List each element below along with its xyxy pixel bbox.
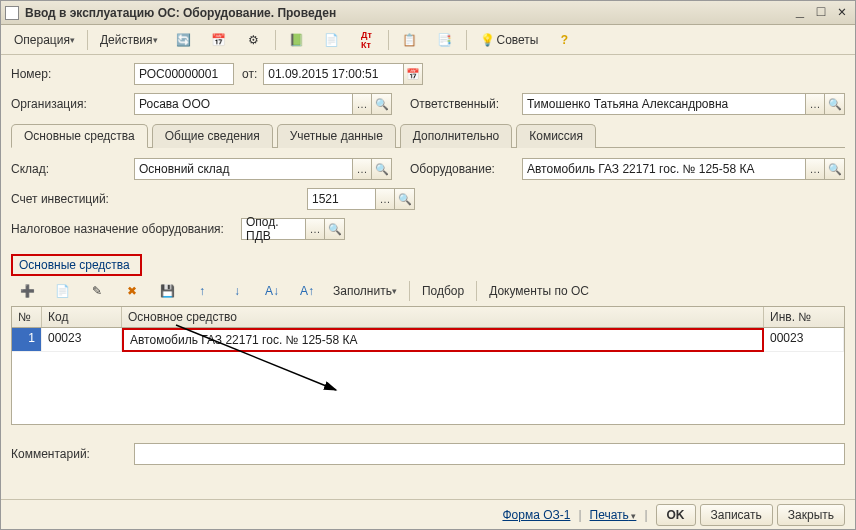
close-form-button[interactable]: Закрыть bbox=[777, 504, 845, 526]
date-input[interactable]: 01.09.2015 17:00:51 bbox=[263, 63, 403, 85]
tabs: Основные средства Общие сведения Учетные… bbox=[11, 123, 845, 148]
form-icon: 📑 bbox=[436, 31, 454, 49]
doc-icon: 📄 bbox=[323, 31, 341, 49]
grid-sort-asc-button[interactable]: A↓ bbox=[256, 280, 288, 302]
number-input[interactable]: РОС00000001 bbox=[134, 63, 234, 85]
close-button[interactable]: ✕ bbox=[833, 5, 851, 21]
grid-sort-desc-button[interactable]: A↑ bbox=[291, 280, 323, 302]
toolbar-separator bbox=[476, 281, 477, 301]
window: Ввод в эксплуатацию ОС: Оборудование. Пр… bbox=[0, 0, 856, 530]
col-inv-header[interactable]: Инв. № bbox=[764, 307, 844, 327]
resp-search-button[interactable]: 🔍 bbox=[825, 93, 845, 115]
col-code-header[interactable]: Код bbox=[42, 307, 122, 327]
list-icon: 📋 bbox=[401, 31, 419, 49]
fill-menu[interactable]: Заполнить bbox=[326, 280, 404, 302]
invacct-input-group: 1521 … 🔍 bbox=[307, 188, 415, 210]
resp-input-group: Тимошенко Татьяна Александровна … 🔍 bbox=[522, 93, 845, 115]
form-link[interactable]: Форма ОЗ-1 bbox=[502, 508, 570, 522]
org-search-button[interactable]: 🔍 bbox=[372, 93, 392, 115]
date-input-group: 01.09.2015 17:00:51 📅 bbox=[263, 63, 423, 85]
tab-commission[interactable]: Комиссия bbox=[516, 124, 596, 148]
document-icon bbox=[5, 6, 19, 20]
toolbar-separator bbox=[275, 30, 276, 50]
org-lookup-button[interactable]: … bbox=[352, 93, 372, 115]
warehouse-lookup-button[interactable]: … bbox=[352, 158, 372, 180]
tax-label: Налоговое назначение оборудования: bbox=[11, 222, 233, 236]
grid-save-button[interactable]: 💾 bbox=[151, 280, 183, 302]
equip-input[interactable]: Автомобиль ГАЗ 22171 гос. № 125-58 КА bbox=[522, 158, 805, 180]
resp-lookup-button[interactable]: … bbox=[805, 93, 825, 115]
minimize-button[interactable]: _ bbox=[791, 5, 809, 21]
gear-icon: ⚙ bbox=[245, 31, 263, 49]
tab-additional[interactable]: Дополнительно bbox=[400, 124, 512, 148]
toolbar-button-8[interactable]: 📑 bbox=[429, 29, 461, 51]
tax-search-button[interactable]: 🔍 bbox=[325, 218, 345, 240]
cell-rownum: 1 bbox=[12, 328, 42, 352]
warehouse-input-group: Основний склад … 🔍 bbox=[134, 158, 392, 180]
grid-delete-button[interactable]: ✖ bbox=[116, 280, 148, 302]
advice-label: Советы bbox=[497, 33, 539, 47]
warehouse-search-button[interactable]: 🔍 bbox=[372, 158, 392, 180]
toolbar-separator bbox=[388, 30, 389, 50]
select-button[interactable]: Подбор bbox=[415, 280, 471, 302]
ok-button[interactable]: OK bbox=[656, 504, 696, 526]
toolbar-button-5[interactable]: 📄 bbox=[316, 29, 348, 51]
maximize-button[interactable]: □ bbox=[812, 5, 830, 21]
tab-accounting[interactable]: Учетные данные bbox=[277, 124, 396, 148]
resp-input[interactable]: Тимошенко Татьяна Александровна bbox=[522, 93, 805, 115]
date-picker-button[interactable]: 📅 bbox=[403, 63, 423, 85]
footer-separator: | bbox=[578, 508, 581, 522]
grid-up-button[interactable]: ↑ bbox=[186, 280, 218, 302]
warehouse-label: Склад: bbox=[11, 162, 126, 176]
cell-inv[interactable]: 00023 bbox=[764, 328, 844, 352]
dt-kt-icon: ДтКт bbox=[358, 31, 376, 49]
save-button[interactable]: Записать bbox=[700, 504, 773, 526]
invacct-lookup-button[interactable]: … bbox=[375, 188, 395, 210]
assets-grid: № Код Основное средство Инв. № 1 00023 А… bbox=[11, 306, 845, 425]
grid-edit-button[interactable]: ✎ bbox=[81, 280, 113, 302]
equip-input-group: Автомобиль ГАЗ 22171 гос. № 125-58 КА … … bbox=[522, 158, 845, 180]
grid-body[interactable]: 1 00023 Автомобиль ГАЗ 22171 гос. № 125-… bbox=[12, 328, 844, 424]
col-main-header[interactable]: Основное средство bbox=[122, 307, 764, 327]
equip-label: Оборудование: bbox=[410, 162, 514, 176]
warehouse-input[interactable]: Основний склад bbox=[134, 158, 352, 180]
org-input[interactable]: Росава ООО bbox=[134, 93, 352, 115]
toolbar-button-7[interactable]: 📋 bbox=[394, 29, 426, 51]
advice-button[interactable]: 💡Советы bbox=[472, 29, 546, 51]
edit-icon: ✎ bbox=[88, 282, 106, 300]
invacct-input[interactable]: 1521 bbox=[307, 188, 375, 210]
equip-search-button[interactable]: 🔍 bbox=[825, 158, 845, 180]
cell-main-highlight[interactable]: Автомобиль ГАЗ 22171 гос. № 125-58 КА bbox=[122, 328, 764, 352]
tax-lookup-button[interactable]: … bbox=[305, 218, 325, 240]
help-icon: ? bbox=[556, 31, 574, 49]
book-icon: 📗 bbox=[288, 31, 306, 49]
cell-code[interactable]: 00023 bbox=[42, 328, 122, 352]
grid-copy-button[interactable]: 📄 bbox=[46, 280, 78, 302]
toolbar-button-3[interactable]: ⚙ bbox=[238, 29, 270, 51]
grid-add-button[interactable]: ➕ bbox=[11, 280, 43, 302]
help-button[interactable]: ? bbox=[549, 29, 581, 51]
print-menu[interactable]: Печать bbox=[590, 508, 637, 522]
sort-asc-icon: A↓ bbox=[263, 282, 281, 300]
sort-desc-icon: A↑ bbox=[298, 282, 316, 300]
calendar-icon: 📅 bbox=[210, 31, 228, 49]
toolbar-button-6[interactable]: ДтКт bbox=[351, 29, 383, 51]
actions-menu[interactable]: Действия bbox=[93, 29, 165, 51]
toolbar-button-2[interactable]: 📅 bbox=[203, 29, 235, 51]
invacct-label: Счет инвестиций: bbox=[11, 192, 299, 206]
toolbar-button-1[interactable]: 🔄 bbox=[168, 29, 200, 51]
toolbar-button-4[interactable]: 📗 bbox=[281, 29, 313, 51]
col-n-header[interactable]: № bbox=[12, 307, 42, 327]
equip-lookup-button[interactable]: … bbox=[805, 158, 825, 180]
lightbulb-icon: 💡 bbox=[479, 31, 497, 49]
toolbar-separator bbox=[87, 30, 88, 50]
grid-down-button[interactable]: ↓ bbox=[221, 280, 253, 302]
docs-button[interactable]: Документы по ОС bbox=[482, 280, 596, 302]
tax-input[interactable]: Опод. ПДВ bbox=[241, 218, 305, 240]
invacct-search-button[interactable]: 🔍 bbox=[395, 188, 415, 210]
tab-general[interactable]: Общие сведения bbox=[152, 124, 273, 148]
comment-input[interactable] bbox=[134, 443, 845, 465]
tab-main-assets[interactable]: Основные средства bbox=[11, 124, 148, 148]
table-row[interactable]: 1 00023 Автомобиль ГАЗ 22171 гос. № 125-… bbox=[12, 328, 844, 352]
operation-menu[interactable]: Операция bbox=[7, 29, 82, 51]
